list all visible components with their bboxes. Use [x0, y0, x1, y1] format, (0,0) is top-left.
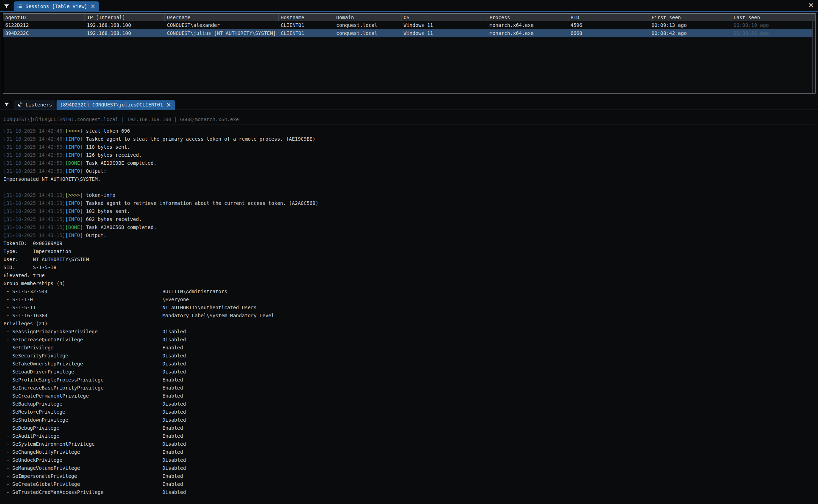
table-cell: conquest.local — [334, 21, 401, 29]
sessions-table: AgentIDIP (Internal)UsernameHostnameDoma… — [3, 13, 816, 94]
console-line: [31-10-2025 14:42:50][INFO] Output: — [3, 167, 815, 175]
table-cell: CONQUEST\alexander — [165, 21, 279, 29]
tab-label: Listeners — [25, 102, 52, 108]
console-line: [31-10-2025 14:43:15][DONE] Task A2A0C56… — [3, 223, 815, 231]
tab-listeners[interactable]: Listeners — [14, 100, 56, 110]
column-header[interactable]: IP (Internal) — [85, 14, 165, 21]
console-line: [31-10-2025 14:42:50][INFO] 118 bytes se… — [3, 143, 815, 151]
table-cell: 6668 — [568, 29, 649, 37]
table-cell: CLIENT01 — [279, 21, 334, 29]
tabbar-underline — [0, 11, 818, 12]
table-cell: CONQUEST\julius [NT AUTHORITY\SYSTEM] — [165, 29, 279, 37]
session-row[interactable]: 6122D212192.168.168.100CONQUEST\alexande… — [3, 21, 815, 29]
console-line: [31-10-2025 14:42:46][INFO] Tasked agent… — [3, 135, 815, 143]
console-line: [31-10-2025 14:43:13][>>>>] token-info — [3, 191, 815, 199]
console-line: - SeTcbPrivilege Enabled — [3, 344, 815, 352]
console-line: [31-10-2025 14:42:50][DONE] Task AE19C9B… — [3, 159, 815, 167]
console-session-info: CONQUEST\julius@CLIENT01.conquest.local … — [3, 116, 813, 124]
table-cell: 00:00:19 ago — [731, 21, 815, 29]
console-line: - S-1-5-32-544 BUILTIN\Administrators — [3, 288, 815, 296]
table-cell: monarch.x64.exe — [487, 29, 568, 37]
tabbar-underline — [0, 110, 818, 110]
table-cell: 192.168.168.100 — [85, 29, 165, 37]
console-line: - SeImpersonatePrivilege Enabled — [3, 472, 815, 480]
column-header[interactable]: AgentID — [3, 14, 85, 21]
sessions-table-body: 6122D212192.168.168.100CONQUEST\alexande… — [3, 21, 815, 37]
console-line: [31-10-2025 14:42:46][>>>>] steal-token … — [3, 127, 815, 135]
console-line: [31-10-2025 14:43:15][INFO] 103 bytes se… — [3, 207, 815, 215]
tab-close-icon[interactable]: × — [166, 102, 171, 107]
tab-agent-session[interactable]: [894D232C] CONQUEST\julius@CLIENT01 × — [57, 100, 175, 110]
sessions-tabbar: Sessions [Table View] × — [0, 0, 818, 11]
table-cell: 4596 — [568, 21, 649, 29]
table-cell: monarch.x64.exe — [487, 21, 568, 29]
console-line: - SeChangeNotifyPrivilege Enabled — [3, 448, 815, 456]
console-line: - SeManageVolumePrivilege Disabled — [3, 464, 815, 472]
table-cell: 192.168.168.100 — [85, 21, 165, 29]
console-line: Group memberships (4) — [3, 280, 815, 288]
console-line: - SeBackupPrivilege Disabled — [3, 400, 815, 408]
filter-icon — [3, 3, 10, 10]
console-line: Privileges (21) — [3, 320, 815, 328]
sessions-scrollbar[interactable] — [812, 21, 815, 93]
console-line: - S-1-5-11 NT AUTHORITY\Authenticated Us… — [3, 304, 815, 312]
table-cell: 00:09:13 ago — [649, 21, 731, 29]
app-window: { "colors": { "tab-blue": "#235e9a", "ta… — [0, 0, 818, 504]
column-header[interactable]: Process — [487, 14, 568, 21]
console-line: - SeIncreaseQuotaPrivilege Disabled — [3, 336, 815, 344]
column-header[interactable]: OS — [401, 14, 487, 21]
table-cell: CLIENT01 — [279, 29, 334, 37]
column-header[interactable]: Last seen — [731, 14, 815, 21]
console-line: Impersonated NT AUTHORITY\SYSTEM. — [3, 175, 815, 183]
column-header[interactable]: First seen — [649, 14, 731, 21]
table-cell: conquest.local — [334, 29, 401, 37]
column-header[interactable]: PID — [568, 14, 649, 21]
column-header[interactable]: Hostname — [279, 14, 334, 21]
filter-button[interactable] — [1, 1, 12, 11]
session-row[interactable]: 894D232C192.168.168.100CONQUEST\julius [… — [3, 29, 815, 37]
console-line: [31-10-2025 14:43:13][INFO] Tasked agent… — [3, 199, 815, 207]
console-line — [3, 183, 815, 191]
tab-close-icon[interactable]: × — [90, 4, 96, 9]
console-line: - S-1-1-0 \Everyone — [3, 296, 815, 304]
console-line: - SeShutdownPrivilege Disabled — [3, 416, 815, 424]
filter-icon — [3, 101, 10, 108]
console-line: - SeCreatePermanentPrivilege Enabled — [3, 392, 815, 400]
table-cell: 6122D212 — [3, 21, 85, 29]
console-line: - SeLoadDriverPrivilege Disabled — [3, 368, 815, 376]
console-line: - SeTakeOwnershipPrivilege Disabled — [3, 360, 815, 368]
console-line: - SeSecurityPrivilege Disabled — [3, 352, 815, 360]
table-cell: 00:00:21 ago — [731, 29, 815, 37]
table-view-icon — [17, 3, 23, 9]
console-line: - SeUndockPrivilege Disabled — [3, 456, 815, 464]
console-line: Type: Impersonation — [3, 247, 815, 255]
column-header[interactable]: Domain — [334, 14, 401, 21]
tab-label: [894D232C] CONQUEST\julius@CLIENT01 — [60, 102, 163, 108]
filter-button-bottom[interactable] — [1, 100, 12, 110]
console-line: - SeIncreaseBasePriorityPrivilege Enable… — [3, 384, 815, 392]
table-cell: 894D232C — [3, 29, 85, 37]
console-line: - SeSystemEnvironmentPrivilege Disabled — [3, 440, 815, 448]
table-cell: 00:08:42 ago — [649, 29, 731, 37]
console-line: - SeAuditPrivilege Enabled — [3, 432, 815, 440]
console-line: - SeRestorePrivilege Disabled — [3, 408, 815, 416]
console-line: User: NT AUTHORITY\SYSTEM — [3, 255, 815, 264]
sessions-table-header: AgentIDIP (Internal)UsernameHostnameDoma… — [3, 14, 815, 21]
table-cell: Windows 11 — [401, 21, 487, 29]
console-line: TokenID: 0x00389A09 — [3, 239, 815, 247]
console-line: Elevated: true — [3, 272, 815, 280]
console-line: - S-1-16-16384 Mandatory Label\System Ma… — [3, 312, 815, 320]
console-line: [31-10-2025 14:43:15][INFO] 602 bytes re… — [3, 215, 815, 223]
satellite-icon — [17, 102, 23, 108]
table-cell: Windows 11 — [401, 29, 487, 37]
column-header[interactable]: Username — [165, 14, 279, 21]
console-log[interactable]: [31-10-2025 14:42:46][>>>>] steal-token … — [3, 127, 815, 504]
agent-tabbar: Listeners [894D232C] CONQUEST\julius@CLI… — [0, 98, 818, 110]
console-line: - SeProfileSingleProcessPrivilege Enable… — [3, 376, 815, 384]
console-line: SID: S-1-5-18 — [3, 264, 815, 272]
tab-label: Sessions [Table View] — [25, 3, 87, 9]
console-line: - SeTrustedCredManAccessPrivilege Disabl… — [3, 488, 815, 496]
console-line: [31-10-2025 14:43:15][INFO] Output: — [3, 231, 815, 239]
tab-sessions[interactable]: Sessions [Table View] × — [14, 1, 99, 11]
console-line: - SeDebugPrivilege Enabled — [3, 424, 815, 432]
